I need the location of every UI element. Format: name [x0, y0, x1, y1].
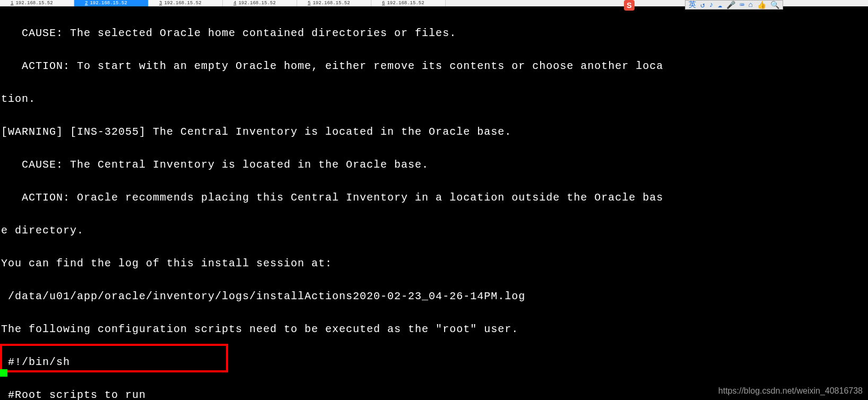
term-line: You can find the log of this install ses… [1, 255, 867, 272]
term-line: e directory. [1, 222, 867, 239]
tab-3[interactable]: 3192.168.15.52 [149, 0, 223, 6]
tab-5[interactable]: 5192.168.15.52 [297, 0, 371, 6]
tab-1[interactable]: 1192.168.15.52 [0, 0, 74, 6]
watermark: https://blog.csdn.net/weixin_40816738 [718, 386, 863, 396]
term-line: CAUSE: The selected Oracle home containe… [1, 25, 867, 41]
term-line: tion. [1, 91, 867, 107]
term-line: #!/bin/sh [1, 354, 867, 370]
terminal-cursor [0, 369, 7, 377]
term-line: ACTION: Oracle recommends placing this C… [1, 189, 867, 206]
terminal-output[interactable]: CAUSE: The selected Oracle home containe… [0, 7, 868, 400]
term-line: ACTION: To start with an empty Oracle ho… [1, 58, 867, 74]
term-line: [WARNING] [INS-32055] The Central Invent… [1, 124, 867, 140]
term-line: CAUSE: The Central Inventory is located … [1, 156, 867, 173]
term-line: /data/u01/app/oracle/inventory/logs/inst… [1, 288, 867, 305]
term-line: The following configuration scripts need… [1, 321, 867, 337]
tab-6[interactable]: 6192.168.15.52 [371, 0, 446, 6]
tab-2[interactable]: 2192.168.15.52 [74, 0, 149, 6]
tab-4[interactable]: 4192.168.15.52 [223, 0, 297, 6]
